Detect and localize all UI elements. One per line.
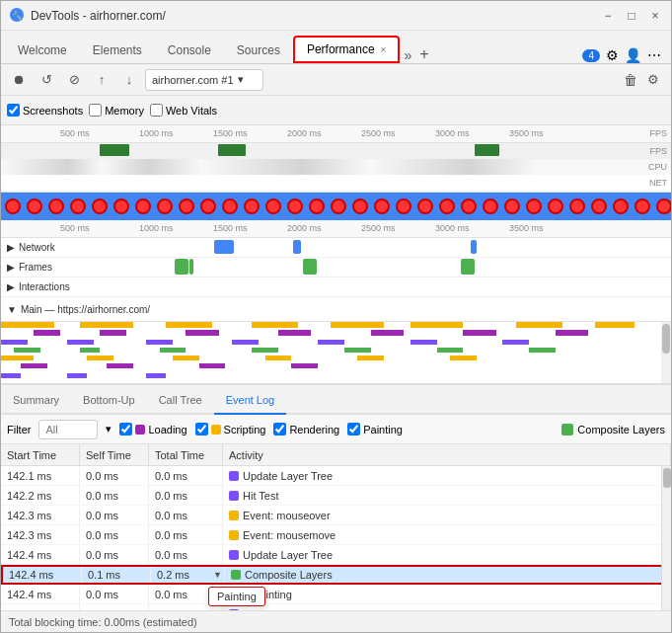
frame-dot <box>179 198 194 214</box>
titlebar: 🔧 DevTools - airhorner.com/ − □ × <box>1 1 671 31</box>
timeline-tracks: ▶ Network ▶ Frames <box>1 238 671 297</box>
memory-checkbox[interactable] <box>89 104 102 117</box>
tab-performance[interactable]: Performance × <box>293 36 401 63</box>
delete-icon[interactable]: 🗑 <box>624 72 637 88</box>
table-header: Start Time Self Time Total Time Activity <box>1 444 671 466</box>
table-row[interactable]: 142.1 ms 0.0 ms 0.0 ms Update Layer Tree <box>1 466 671 486</box>
bottom-panel: Summary Bottom-Up Call Tree Event Log Fi… <box>1 385 671 610</box>
more-tabs-button[interactable]: » <box>400 47 415 63</box>
url-dropdown-icon[interactable]: ▾ <box>238 73 244 86</box>
tab-event-log[interactable]: Event Log <box>214 387 287 415</box>
main-ruler-tick-1000: 1000 ms <box>139 223 174 233</box>
screenshots-checkbox[interactable] <box>7 104 20 117</box>
maximize-button[interactable]: □ <box>624 8 639 24</box>
loading-checkbox-label[interactable]: Loading <box>119 423 187 435</box>
frame-dot <box>656 198 671 214</box>
table-row[interactable]: 142.5 ms 0.0 ms 0.0 ms Hit Test <box>1 604 671 610</box>
tab-close-performance[interactable]: × <box>381 44 387 55</box>
menu-icon[interactable]: ⋯ <box>647 47 661 63</box>
filter-dropdown-icon[interactable]: ▾ <box>106 423 112 435</box>
frame-dot <box>613 198 629 214</box>
loading-checkbox[interactable] <box>119 423 132 435</box>
track-interactions[interactable]: ▶ Interactions <box>1 277 671 297</box>
rendering-checkbox-label[interactable]: Rendering <box>273 423 339 435</box>
tab-welcome[interactable]: Welcome <box>5 36 80 63</box>
download-button[interactable]: ↓ <box>117 68 141 92</box>
refresh-button[interactable]: ↺ <box>35 68 58 92</box>
frame-dot <box>287 198 303 214</box>
tab-sources[interactable]: Sources <box>224 36 293 63</box>
settings-icon[interactable]: ⚙ <box>606 47 619 63</box>
svg-text:🔧: 🔧 <box>12 10 24 22</box>
frame-bar-2 <box>189 259 193 275</box>
new-tab-button[interactable]: + <box>415 45 432 63</box>
frame-dot <box>244 198 260 214</box>
interactions-expand-icon[interactable]: ▶ <box>7 281 15 292</box>
memory-checkbox-label[interactable]: Memory <box>89 104 144 117</box>
frame-dot <box>374 198 390 214</box>
td-self-3: 0.0 ms <box>80 506 149 524</box>
main-track-header: ▼ Main — https://airhorner.com/ <box>1 297 671 321</box>
devtools-settings-button[interactable]: ⚙ <box>641 68 665 92</box>
expand-arrow[interactable]: ▼ <box>213 570 222 580</box>
table-scrollbar[interactable] <box>661 466 671 610</box>
th-activity[interactable]: Activity <box>223 444 671 465</box>
td-start-5: 142.4 ms <box>1 545 80 564</box>
tab-bottom-up[interactable]: Bottom-Up <box>71 387 147 415</box>
main-track-expand-icon[interactable]: ▼ <box>7 304 17 315</box>
scripting-checkbox-label[interactable]: Scripting <box>195 423 266 435</box>
frame-dot <box>569 198 585 214</box>
th-total-time[interactable]: Total Time <box>149 444 223 465</box>
screenshots-label: Screenshots <box>23 105 83 117</box>
tab-console[interactable]: Console <box>155 36 224 63</box>
table-scrollbar-thumb[interactable] <box>663 468 671 488</box>
upload-button[interactable]: ↑ <box>90 68 113 92</box>
flame-scrollbar[interactable] <box>661 322 671 383</box>
frame-dot <box>483 198 498 214</box>
cpu-bar: CPU <box>1 159 671 175</box>
track-network[interactable]: ▶ Network <box>1 238 671 258</box>
track-frames[interactable]: ▶ Frames <box>1 258 671 277</box>
scripting-checkbox[interactable] <box>195 423 208 435</box>
table-row[interactable]: 142.3 ms 0.0 ms 0.0 ms Event: mousemove <box>1 525 671 545</box>
tab-elements[interactable]: Elements <box>80 36 155 63</box>
filter-input[interactable] <box>38 420 98 439</box>
th-self-time[interactable]: Self Time <box>80 444 149 465</box>
tab-call-tree[interactable]: Call Tree <box>147 387 214 415</box>
table-row-painting[interactable]: 142.4 ms 0.0 ms 0.0 ms Painting Painting <box>1 585 671 604</box>
painting-checkbox-label[interactable]: Painting <box>347 423 403 435</box>
url-bar[interactable]: airhorner.com #1 ▾ <box>145 69 263 91</box>
close-button[interactable]: × <box>647 8 663 24</box>
tab-summary[interactable]: Summary <box>1 387 71 415</box>
main-ruler-tick-3000: 3000 ms <box>435 223 470 233</box>
table-row[interactable]: 142.2 ms 0.0 ms 0.0 ms Hit Test <box>1 486 671 506</box>
web-vitals-checkbox[interactable] <box>150 104 163 117</box>
main-timeline[interactable]: 500 ms 1000 ms 1500 ms 2000 ms 2500 ms 3… <box>1 220 671 385</box>
frames-expand-icon[interactable]: ▶ <box>7 262 15 273</box>
th-start-time[interactable]: Start Time <box>1 444 80 465</box>
flame-chart[interactable] <box>1 321 671 384</box>
record-button[interactable]: ⏺ <box>7 68 31 92</box>
web-vitals-checkbox-label[interactable]: Web Vitals <box>150 104 217 117</box>
scripting-color-dot <box>211 425 221 435</box>
url-text: airhorner.com #1 <box>152 74 234 86</box>
table-row-selected[interactable]: 142.4 ms 0.1 ms 0.2 ms ▼ Composite Layer… <box>1 565 671 585</box>
table-row[interactable]: 142.3 ms 0.0 ms 0.0 ms Event: mouseover <box>1 506 671 525</box>
screenshots-checkbox-label[interactable]: Screenshots <box>7 104 83 117</box>
table-row[interactable]: 142.4 ms 0.0 ms 0.0 ms Update Layer Tree <box>1 545 671 565</box>
fps-block-1 <box>100 144 129 156</box>
network-track-content <box>86 238 671 257</box>
flame-row-1 <box>1 322 661 328</box>
stop-button[interactable]: ⊘ <box>62 68 86 92</box>
timeline-overview[interactable]: 500 ms 1000 ms 1500 ms 2000 ms 2500 ms 3… <box>1 125 671 193</box>
flame-scrollbar-thumb[interactable] <box>662 324 670 354</box>
tab-label-console: Console <box>168 43 211 57</box>
painting-checkbox[interactable] <box>347 423 360 435</box>
minimize-button[interactable]: − <box>600 8 616 24</box>
fps-block-3 <box>475 144 499 156</box>
table-body[interactable]: 142.1 ms 0.0 ms 0.0 ms Update Layer Tree… <box>1 466 671 610</box>
td-activity-7: Painting <box>223 585 671 603</box>
network-expand-icon[interactable]: ▶ <box>7 242 15 253</box>
profile-icon[interactable]: 👤 <box>625 47 641 63</box>
rendering-checkbox[interactable] <box>273 423 286 435</box>
